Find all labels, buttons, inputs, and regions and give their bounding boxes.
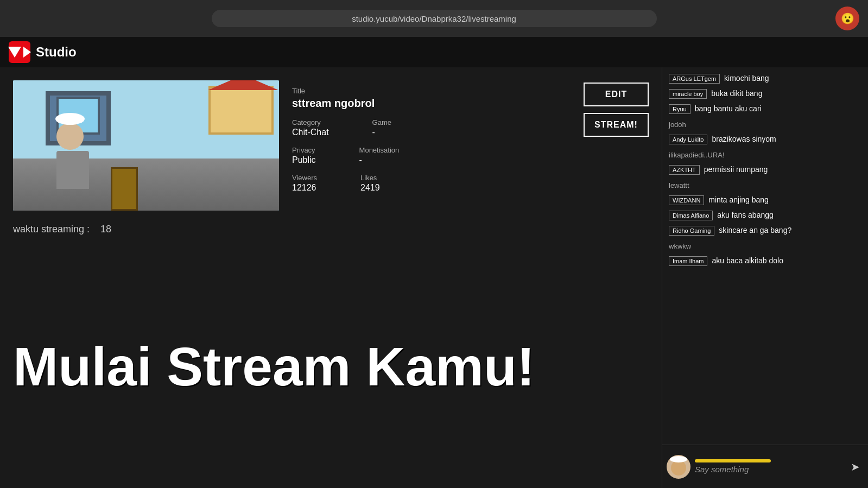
- title-label: Title: [292, 87, 571, 95]
- chat-message-12: Imam Ilhamaku baca alkitab dolo: [667, 255, 864, 267]
- house-body: [208, 86, 274, 135]
- viewers-col: Viewers 12126: [292, 169, 317, 193]
- stats-row: Viewers 12126 Likes 2419: [292, 169, 571, 193]
- stream-button[interactable]: STREAM!: [584, 113, 649, 137]
- chat-message-5: ilikapadiedi..URA!: [667, 149, 864, 161]
- chat-messages: ARGus LETgemkimochi bangmiracle boybuka …: [662, 73, 868, 445]
- monetisation-value: -: [359, 155, 400, 165]
- privacy-value: Public: [292, 155, 316, 165]
- chat-plain-username: lewattt: [669, 181, 689, 189]
- chat-input-wrapper[interactable]: Say something: [695, 459, 842, 474]
- monetisation-col: Monetisation -: [359, 142, 400, 165]
- browser-bar: studio.yucub/video/Dnabprka32/livestream…: [0, 0, 868, 37]
- chat-user-badge: WIZDANN: [669, 195, 704, 205]
- chat-plain-username: jodoh: [669, 121, 686, 129]
- chat-message-10: Ridho Gamingskincare an ga bang?: [667, 225, 864, 237]
- stream-details: Title sttream ngobrol Category Chit-Chat…: [292, 80, 571, 211]
- chat-user-badge: Imam Ilham: [669, 256, 707, 266]
- category-row: Category Chit-Chat Game -: [292, 114, 571, 137]
- monetisation-label: Monetisation: [359, 146, 400, 154]
- big-headline: Mulai Stream Kamu!: [13, 245, 649, 488]
- chat-message-11: wkwkw: [667, 240, 864, 252]
- stream-title: sttream ngobrol: [292, 97, 571, 110]
- chat-message-8: WIZDANNminta anjing bang: [667, 194, 864, 206]
- cartoon-figure: [56, 123, 89, 189]
- chat-plain-username: wkwkw: [669, 242, 691, 250]
- streaming-time: waktu streaming : 18: [13, 224, 649, 235]
- chat-message-9: Dimas Alfianoaku fans abangg: [667, 210, 864, 221]
- chat-message-text: brazikowas sinyom: [712, 135, 861, 143]
- center-panel: Title sttream ngobrol Category Chit-Chat…: [0, 67, 662, 488]
- likes-label: Likes: [360, 174, 380, 182]
- chat-user-badge: Andy Lukito: [669, 135, 707, 144]
- chat-message-2: Ryuubang bantu aku cari: [667, 103, 864, 115]
- avatar-head: [671, 460, 686, 476]
- viewers-value: 12126: [292, 183, 317, 193]
- chat-message-text: permissii numpang: [704, 165, 861, 174]
- cartoon-door: [111, 167, 138, 211]
- user-avatar-top[interactable]: 😮: [835, 7, 859, 30]
- chat-user-badge: miracle boy: [669, 89, 707, 99]
- action-buttons: EDIT STREAM!: [584, 80, 649, 211]
- chat-message-6: AZKTHTpermissii numpang: [667, 164, 864, 176]
- house-roof: [208, 80, 278, 90]
- chat-message-text: minta anjing bang: [708, 195, 861, 204]
- stream-info-row: Title sttream ngobrol Category Chit-Chat…: [13, 80, 649, 211]
- category-col: Category Chit-Chat: [292, 114, 329, 137]
- chat-message-4: Andy Lukitobrazikowas sinyom: [667, 134, 864, 145]
- category-value: Chit-Chat: [292, 128, 329, 137]
- chat-message-text: aku baca alkitab dolo: [712, 256, 861, 265]
- triangle-down-icon: [8, 47, 21, 58]
- chat-message-text: skincare an ga bang?: [719, 226, 861, 235]
- privacy-row: Privacy Public Monetisation -: [292, 142, 571, 165]
- chat-plain-username: ilikapadiedi..URA!: [669, 151, 725, 159]
- figure-body: [56, 151, 89, 189]
- url-text: studio.yucub/video/Dnabprka32/livestream…: [352, 14, 516, 23]
- streaming-time-label: waktu streaming :: [13, 224, 90, 235]
- logo-area: Studio: [9, 41, 77, 63]
- url-bar[interactable]: studio.yucub/video/Dnabprka32/livestream…: [212, 10, 657, 27]
- likes-value: 2419: [360, 183, 380, 193]
- logo-icon: [9, 41, 30, 63]
- chat-user-badge: Dimas Alfiano: [669, 211, 713, 220]
- streaming-time-value: 18: [100, 224, 111, 235]
- privacy-col: Privacy Public: [292, 142, 316, 165]
- chat-placeholder[interactable]: Say something: [695, 465, 842, 474]
- chat-user-avatar: [667, 455, 690, 479]
- chat-message-3: jodoh: [667, 118, 864, 130]
- main-content: Title sttream ngobrol Category Chit-Chat…: [0, 67, 868, 488]
- game-label: Game: [372, 118, 391, 126]
- avatar-hat: [670, 456, 687, 462]
- chat-input-bar: [695, 459, 771, 462]
- chat-message-0: ARGus LETgemkimochi bang: [667, 73, 864, 85]
- nav-bar: Studio: [0, 37, 868, 67]
- chat-message-1: miracle boybuka dikit bang: [667, 88, 864, 100]
- stream-thumbnail: [13, 80, 279, 211]
- viewers-label: Viewers: [292, 174, 317, 182]
- chat-user-badge: AZKTHT: [669, 165, 700, 175]
- privacy-label: Privacy: [292, 146, 316, 154]
- game-value: -: [372, 128, 391, 137]
- chat-message-text: kimochi bang: [724, 74, 861, 83]
- studio-logo-text: Studio: [36, 45, 77, 60]
- edit-button[interactable]: EDIT: [584, 83, 649, 106]
- likes-col: Likes 2419: [360, 169, 380, 193]
- chat-message-7: lewattt: [667, 179, 864, 191]
- chat-send-button[interactable]: ➤: [846, 458, 864, 476]
- chat-message-text: bang bantu aku cari: [695, 104, 861, 113]
- chat-input-area: Say something ➤: [662, 445, 868, 488]
- chat-message-text: aku fans abangg: [717, 211, 861, 219]
- chat-user-badge: ARGus LETgem: [669, 74, 720, 84]
- avatar-figure: [670, 458, 687, 476]
- chat-message-text: buka dikit bang: [711, 89, 861, 98]
- figure-hat: [55, 113, 85, 125]
- game-col: Game -: [372, 114, 391, 137]
- chat-user-badge: Ryuu: [669, 104, 690, 114]
- chat-user-badge: Ridho Gaming: [669, 226, 714, 236]
- chat-panel: ARGus LETgemkimochi bangmiracle boybuka …: [662, 67, 868, 488]
- category-label: Category: [292, 118, 329, 126]
- figure-head: [56, 123, 84, 150]
